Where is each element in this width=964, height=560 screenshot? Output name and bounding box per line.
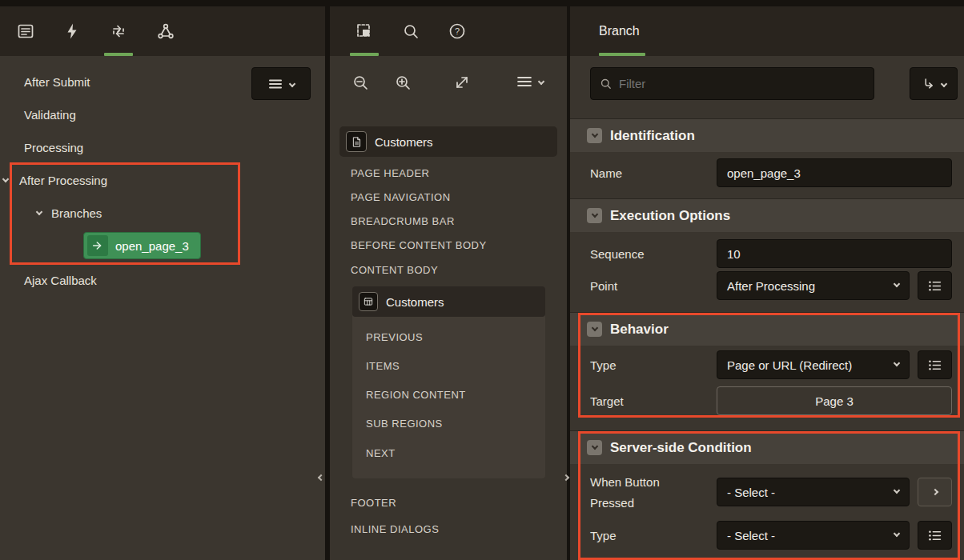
point-select[interactable]: After Processing	[717, 271, 910, 300]
processing-tab-icon[interactable]	[102, 15, 135, 47]
field-label: When Button Pressed	[590, 472, 702, 513]
chevron-down-icon	[538, 78, 544, 85]
tree-node-label: After Submit	[24, 75, 90, 89]
target-button[interactable]: Page 3	[717, 386, 952, 415]
active-tab-indicator	[104, 53, 133, 56]
dynamic-actions-tab-icon[interactable]	[56, 15, 88, 47]
tree-node-label: Branches	[51, 206, 102, 220]
tree-node-region-content[interactable]: REGION CONTENT	[366, 380, 466, 409]
page-designer: After Submit Validating Processing After…	[0, 0, 964, 560]
section-behavior[interactable]: Behavior	[570, 312, 964, 346]
tree-node-ajax-callback[interactable]: Ajax Callback	[24, 264, 97, 297]
tree-node-page-header[interactable]: PAGE HEADER	[351, 161, 429, 185]
property-row-condition-type: Type - Select -	[570, 521, 964, 550]
select-mode-icon[interactable]	[348, 15, 380, 47]
region-container: Customers PREVIOUS ITEMS REGION CONTENT …	[352, 286, 545, 478]
tree-node-items[interactable]: ITEMS	[366, 351, 400, 380]
section-title: Identification	[610, 128, 695, 144]
collapse-left-panel-icon[interactable]	[319, 470, 323, 482]
name-input[interactable]	[717, 158, 952, 187]
tree-node-after-submit[interactable]: After Submit	[24, 66, 90, 98]
shared-components-tab-icon[interactable]	[150, 15, 182, 47]
collapse-right-panel-icon[interactable]	[564, 470, 568, 482]
tree-node-open-page-3[interactable]: open_page_3	[83, 232, 201, 259]
chevron-down-icon	[894, 487, 900, 494]
active-tab-indicator	[599, 53, 645, 56]
collapse-section-icon[interactable]	[587, 128, 602, 143]
expand-chevron-icon[interactable]	[2, 175, 9, 182]
middle-toolbar: ?	[330, 6, 567, 56]
chevron-down-icon	[940, 80, 946, 86]
layout-menu-button[interactable]	[516, 74, 544, 90]
list-icon	[927, 278, 942, 294]
collapse-section-icon[interactable]	[587, 208, 602, 223]
tree-node-inline-dialogs[interactable]: INLINE DIALOGS	[351, 517, 439, 541]
behavior-type-select[interactable]: Page or URL (Redirect)	[717, 350, 910, 379]
tree-node-after-processing[interactable]: After Processing	[3, 164, 107, 197]
tree-node-label: REGION CONTENT	[366, 389, 466, 401]
select-value: - Select -	[727, 529, 775, 542]
tree-node-breadcrumb-bar[interactable]: BREADCRUMB BAR	[351, 209, 455, 233]
field-label: Point	[590, 279, 617, 293]
condition-type-select[interactable]: - Select -	[717, 521, 910, 550]
sequence-input[interactable]	[717, 239, 952, 268]
section-execution-options[interactable]: Execution Options	[570, 198, 964, 232]
when-button-goto-button[interactable]	[918, 478, 952, 506]
processing-tree-menu-button[interactable]	[251, 67, 311, 100]
when-button-select[interactable]: - Select -	[717, 478, 910, 506]
active-tab-indicator	[350, 53, 379, 56]
help-icon[interactable]: ?	[441, 15, 473, 47]
expand-icon[interactable]	[446, 66, 478, 98]
property-row-target: Target Page 3	[570, 386, 964, 415]
tree-node-before-content-body[interactable]: BEFORE CONTENT BODY	[351, 233, 487, 257]
tree-node-label: BEFORE CONTENT BODY	[351, 239, 487, 251]
tree-node-label: CONTENT BODY	[351, 264, 438, 276]
tree-node-label: Ajax Callback	[24, 274, 97, 287]
tree-node-footer[interactable]: FOOTER	[351, 490, 396, 514]
condition-type-list-button[interactable]	[918, 521, 952, 550]
select-value: - Select -	[727, 486, 775, 499]
property-row-when-button-pressed: When Button Pressed - Select -	[570, 478, 964, 506]
processing-panel: After Submit Validating Processing After…	[0, 6, 325, 560]
select-value: Page or URL (Redirect)	[727, 358, 852, 372]
collapse-section-icon[interactable]	[587, 322, 602, 337]
filter-box	[590, 67, 874, 100]
tree-node-label: NEXT	[366, 447, 396, 459]
tree-node-branches[interactable]: Branches	[37, 197, 102, 230]
tree-node-sub-regions[interactable]: SUB REGIONS	[366, 409, 443, 438]
point-list-button[interactable]	[918, 271, 952, 300]
goto-arrow-icon	[922, 77, 936, 91]
go-to-group-button[interactable]	[910, 67, 958, 100]
tree-node-processing[interactable]: Processing	[24, 131, 83, 164]
tree-node-next[interactable]: NEXT	[366, 438, 396, 467]
property-editor-panel: Branch Identification Name Execution Opt…	[570, 6, 964, 560]
filter-input[interactable]	[619, 77, 866, 90]
property-row-point: Point After Processing	[570, 271, 964, 300]
zoom-out-icon[interactable]	[344, 66, 376, 98]
zoom-in-icon[interactable]	[387, 66, 419, 98]
tree-node-region-customers[interactable]: Customers	[352, 286, 545, 317]
tree-node-page-navigation[interactable]: PAGE NAVIGATION	[351, 185, 451, 209]
field-label: Target	[590, 394, 624, 408]
target-value: Page 3	[815, 394, 854, 408]
tree-node-content-body[interactable]: CONTENT BODY	[351, 258, 438, 282]
collapse-section-icon[interactable]	[587, 440, 602, 455]
section-identification[interactable]: Identification	[570, 118, 964, 152]
section-title: Behavior	[610, 322, 669, 338]
right-toolbar: Branch	[570, 6, 964, 56]
hamburger-icon	[268, 77, 283, 91]
tree-node-validating[interactable]: Validating	[24, 98, 76, 131]
branch-arrow-icon	[87, 235, 108, 256]
field-label: Sequence	[590, 247, 645, 261]
search-icon[interactable]	[395, 15, 427, 47]
tree-node-previous[interactable]: PREVIOUS	[366, 322, 423, 351]
section-server-side-condition[interactable]: Server-side Condition	[570, 430, 964, 464]
rendering-tab-icon[interactable]	[10, 15, 42, 47]
behavior-type-list-button[interactable]	[918, 350, 952, 379]
tree-node-page-customers[interactable]: Customers	[339, 126, 557, 157]
field-label: Type	[590, 358, 617, 372]
branch-badge[interactable]: open_page_3	[83, 232, 201, 259]
hamburger-icon	[516, 74, 532, 90]
expand-chevron-icon[interactable]	[36, 208, 42, 214]
field-label: Name	[590, 166, 622, 180]
